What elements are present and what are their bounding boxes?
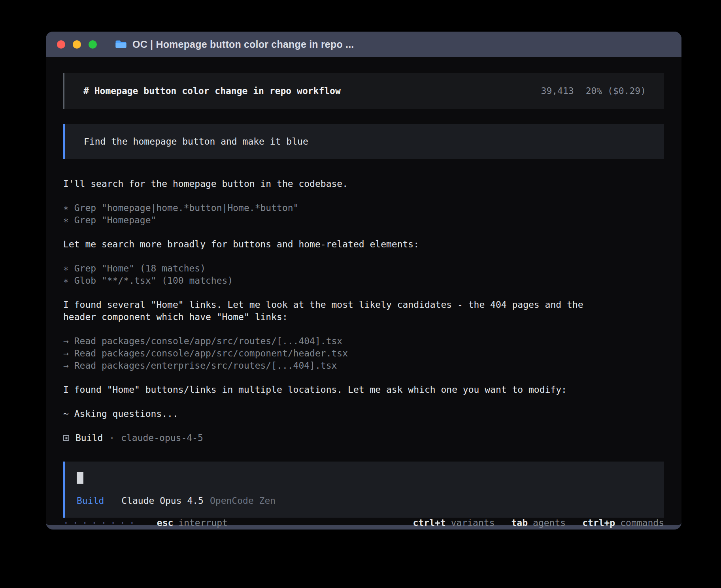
folder-icon <box>115 40 127 49</box>
assistant-paragraph: I found "Home" buttons/links in multiple… <box>63 384 664 396</box>
session-header: # Homepage button color change in repo w… <box>63 73 664 109</box>
session-stats: 39,413 20% ($0.29) <box>541 86 646 96</box>
tool-call-glob: ∗ Glob "**/*.tsx" (100 matches) <box>63 275 597 287</box>
prompt-input[interactable]: Build Claude Opus 4.5 OpenCode Zen <box>63 462 664 518</box>
tool-call-group: → Read packages/console/app/src/routes/[… <box>63 335 664 372</box>
interrupt-hint: escinterrupt <box>157 518 228 528</box>
tool-call-read: → Read packages/enterprise/src/routes/[.… <box>63 360 597 372</box>
tool-call-group: ∗ Grep "homepage|home.*button|Home.*butt… <box>63 202 664 226</box>
close-button[interactable] <box>57 40 65 49</box>
provider-name: OpenCode Zen <box>210 496 276 506</box>
tool-call-grep: ∗ Grep "Homepage" <box>63 214 597 226</box>
status-bar: ········ escinterrupt ctrl+tvariants tab… <box>63 518 664 528</box>
ctrl-t-key-label: ctrl+t <box>413 518 446 528</box>
token-count: 39,413 <box>541 86 574 96</box>
variants-label: variants <box>451 518 495 528</box>
assistant-paragraph: I found several "Home" links. Let me loo… <box>63 299 664 323</box>
status-line: ~ Asking questions... <box>63 408 664 420</box>
context-usage: 20% ($0.29) <box>586 86 646 96</box>
window-title: OC | Homepage button color change in rep… <box>132 39 354 50</box>
model-name: Claude Opus 4.5 <box>121 496 204 506</box>
assistant-text: Let me search more broadly for buttons a… <box>63 238 597 251</box>
agent-name: Build <box>75 432 103 444</box>
text-cursor <box>77 472 83 484</box>
tool-call-read: → Read packages/console/app/src/componen… <box>63 347 597 360</box>
user-message-text: Find the homepage button and make it blu… <box>84 136 308 147</box>
titlebar[interactable]: OC | Homepage button color change in rep… <box>46 32 681 57</box>
terminal-window: OC | Homepage button color change in rep… <box>46 32 681 530</box>
terminal-content: # Homepage button color change in repo w… <box>46 57 681 525</box>
variants-hint: ctrl+tvariants <box>413 518 495 528</box>
agents-hint: tabagents <box>511 518 566 528</box>
asking-questions-text: ~ Asking questions... <box>63 408 597 420</box>
tool-call-grep: ∗ Grep "homepage|home.*button|Home.*butt… <box>63 202 597 214</box>
user-message: Find the homepage button and make it blu… <box>63 124 664 159</box>
tool-call-grep: ∗ Grep "Home" (18 matches) <box>63 262 597 275</box>
spinner-dots: ········ <box>63 518 139 528</box>
session-title: # Homepage button color change in repo w… <box>83 86 341 96</box>
agent-model: claude-opus-4-5 <box>121 432 203 444</box>
tool-call-group: ∗ Grep "Home" (18 matches) ∗ Glob "**/*.… <box>63 262 664 287</box>
assistant-paragraph: Let me search more broadly for buttons a… <box>63 238 664 251</box>
interrupt-label: interrupt <box>178 518 228 528</box>
tab-key-label: tab <box>511 518 528 528</box>
assistant-text: I'll search for the homepage button in t… <box>63 178 597 190</box>
tool-call-read: → Read packages/console/app/src/routes/[… <box>63 335 597 347</box>
agents-label: agents <box>533 518 566 528</box>
agent-status-line: Build · claude-opus-4-5 <box>63 432 664 444</box>
assistant-paragraph: I'll search for the homepage button in t… <box>63 178 664 190</box>
status-bar-right: ctrl+tvariants tabagents ctrl+pcommands <box>413 518 664 528</box>
status-bar-left: ········ escinterrupt <box>63 518 228 528</box>
agent-icon <box>63 435 69 441</box>
assistant-text: I found "Home" buttons/links in multiple… <box>63 384 597 396</box>
title-group: OC | Homepage button color change in rep… <box>115 39 354 50</box>
ctrl-p-key-label: ctrl+p <box>582 518 615 528</box>
commands-label: commands <box>620 518 664 528</box>
commands-hint: ctrl+pcommands <box>582 518 664 528</box>
agent-mode-badge[interactable]: Build <box>77 496 104 506</box>
agent-separator: · <box>109 432 115 444</box>
assistant-text: I found several "Home" links. Let me loo… <box>63 299 597 323</box>
minimize-button[interactable] <box>73 40 81 49</box>
traffic-lights <box>57 40 97 49</box>
esc-key-label: esc <box>157 518 174 528</box>
zoom-button[interactable] <box>89 40 97 49</box>
input-footer: Build Claude Opus 4.5 OpenCode Zen <box>77 496 652 506</box>
